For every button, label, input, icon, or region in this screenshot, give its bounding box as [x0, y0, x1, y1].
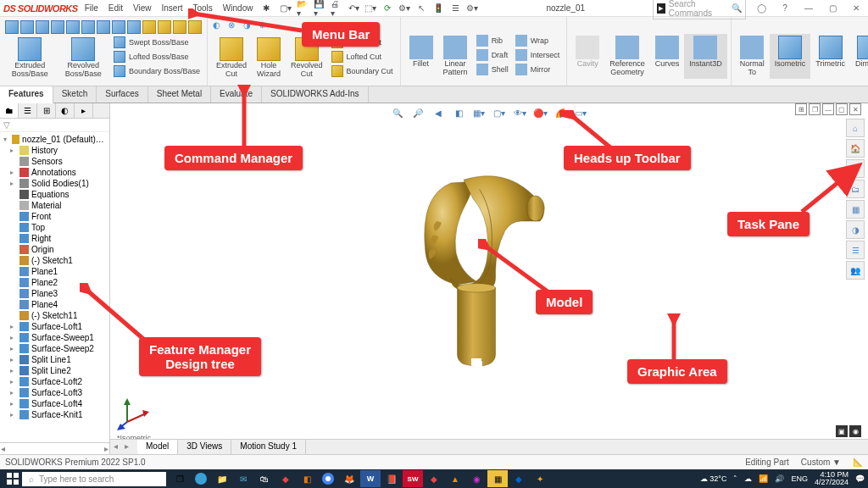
props-tab-icon[interactable]: ⊞ [37, 103, 56, 118]
cube-icon[interactable] [5, 20, 19, 34]
menu-file[interactable]: File [85, 3, 98, 13]
mirror-button[interactable]: Mirror [512, 63, 564, 76]
tb-office-icon[interactable]: ◧ [297, 470, 317, 487]
tree-item[interactable]: ▸Solid Bodies(1) [2, 178, 108, 189]
tab-motion-study[interactable]: Motion Study 1 [231, 440, 306, 454]
tb-chrome-icon[interactable] [318, 470, 338, 487]
tree-item[interactable]: Plane1 [2, 266, 108, 277]
tree-item[interactable]: Origin [2, 244, 108, 255]
tree-item[interactable]: Right [2, 233, 108, 244]
zoom-fit-icon[interactable]: 🔍 [390, 105, 405, 120]
section-icon[interactable]: ◧ [451, 105, 466, 120]
swept-boss-button[interactable]: Swept Boss/Base [110, 36, 203, 49]
list-icon[interactable]: ☰ [449, 3, 461, 14]
tab-surfaces[interactable]: Surfaces [97, 86, 147, 103]
tree-item[interactable]: Plane3 [2, 288, 108, 299]
cube-icon[interactable] [158, 20, 171, 34]
revolved-boss-button[interactable]: Revolved Boss/Base [57, 36, 110, 80]
restore-icon[interactable]: ▢ [824, 3, 841, 13]
tab-sheet-metal[interactable]: Sheet Metal [148, 86, 211, 103]
undo-icon[interactable]: ↶▾ [348, 3, 359, 14]
status-unit-icon[interactable]: 📐 [853, 458, 863, 467]
cube-icon[interactable] [112, 20, 125, 34]
tray-weather-icon[interactable]: ☁ 32°C [700, 474, 727, 483]
boundary-boss-button[interactable]: Boundary Boss/Base [110, 64, 203, 78]
tray-up-icon[interactable]: ˄ [733, 474, 737, 483]
cube-icon[interactable] [188, 20, 202, 34]
hole-wizard-button[interactable]: Hole Wizard [252, 36, 286, 80]
extruded-boss-button[interactable]: Extruded Boss/Base [3, 36, 57, 80]
extra-tab-icon[interactable]: ▸ [75, 103, 93, 118]
tb-pdf-icon[interactable]: 📕 [381, 470, 402, 487]
doc-close-icon[interactable]: ✕ [849, 103, 861, 115]
tree-item[interactable]: ▸Surface-Knit1 [2, 409, 108, 420]
tb-vlc-icon[interactable]: ▲ [445, 470, 465, 487]
start-button[interactable] [3, 469, 22, 488]
tb-edge-icon[interactable] [191, 470, 211, 487]
select-icon[interactable]: ⬚▾ [364, 3, 376, 14]
hide-show-icon[interactable]: 👁▾ [512, 105, 527, 120]
tb-explorer-icon[interactable]: 📁 [212, 470, 232, 487]
tab-evaluate[interactable]: Evaluate [211, 86, 262, 103]
tb-firefox-icon[interactable]: 🦊 [339, 470, 359, 487]
config-tab-icon[interactable]: ☰ [19, 103, 37, 118]
instant3d-button[interactable]: Instant3D [684, 34, 727, 79]
fillet-button[interactable]: Fillet [404, 34, 438, 79]
tb-app1-icon[interactable]: ◆ [275, 470, 296, 487]
br-2-icon[interactable]: ◉ [849, 425, 861, 437]
tree-item[interactable]: ▸History [2, 145, 108, 156]
normal-to-button[interactable]: Normal To [735, 34, 770, 79]
tree-item[interactable]: Plane2 [2, 277, 108, 288]
zoom-area-icon[interactable]: 🔎 [410, 105, 426, 120]
tray-clock[interactable]: 4:10 PM4/27/2024 [815, 471, 849, 486]
tb-mail-icon[interactable]: ✉ [233, 470, 253, 487]
trimetric-button[interactable]: Trimetric [810, 34, 850, 79]
save-icon[interactable]: 💾▾ [314, 3, 326, 14]
doc-tile-icon[interactable]: ⊞ [795, 103, 807, 115]
tab-addins[interactable]: SOLIDWORKS Add-Ins [262, 86, 368, 103]
tab-features[interactable]: Features [0, 86, 53, 103]
tree-item[interactable]: ▸Surface-Sweep2 [2, 343, 108, 354]
rib-button[interactable]: Rib [473, 34, 512, 47]
shell-button[interactable]: Shell [473, 63, 512, 76]
tree-item[interactable]: Front [2, 211, 108, 222]
tree-item[interactable]: Material [2, 200, 108, 211]
view-settings-icon[interactable]: ▭▾ [573, 105, 588, 120]
tb-app4-icon[interactable]: ◆ [509, 470, 529, 487]
boundary-cut-button[interactable]: Boundary Cut [328, 64, 397, 78]
tb-app3-icon[interactable]: ▦ [487, 470, 508, 487]
cube-icon[interactable] [127, 20, 141, 34]
open-icon[interactable]: 📂▾ [297, 3, 309, 14]
user-icon[interactable]: ◯ [753, 3, 770, 13]
tab-3d-views[interactable]: 3D Views [178, 440, 231, 454]
tab-sketch[interactable]: Sketch [53, 86, 97, 103]
tray-lang[interactable]: ENG [791, 474, 808, 483]
cube-icon[interactable] [36, 20, 49, 34]
options-icon[interactable]: ⚙▾ [398, 3, 410, 14]
status-ui[interactable]: Custom ▼ [801, 458, 841, 467]
menu-tools[interactable]: Tools [193, 3, 213, 13]
tree-item[interactable]: ▸Split Line1 [2, 354, 108, 365]
tb-sw-icon[interactable]: SW [403, 470, 423, 487]
cube-icon[interactable] [173, 20, 186, 34]
tree-root[interactable]: ▾nozzle_01 (Default) <<Def [2, 134, 108, 145]
intersect-button[interactable]: Intersect [512, 48, 564, 62]
tree-item[interactable]: Sensors [2, 156, 108, 167]
taskbar-search[interactable]: ⌕Type here to search [22, 472, 166, 486]
display-style-icon[interactable]: ▢▾ [492, 105, 507, 120]
fm-tree-tab-icon[interactable]: 🖿 [0, 103, 19, 118]
filter-bar[interactable]: ▽ [0, 119, 109, 132]
tree-item[interactable]: ▸Surface-Loft4 [2, 398, 108, 409]
help-icon[interactable]: ? [776, 3, 793, 13]
tree-item[interactable]: ▸Split Line2 [2, 365, 108, 376]
doc-min-icon[interactable]: — [822, 103, 834, 115]
tree-item[interactable]: ▸Annotations [2, 167, 108, 178]
menu-view[interactable]: View [133, 3, 152, 13]
traffic-icon[interactable]: 🚦 [432, 3, 444, 14]
tree-item[interactable]: ▸Surface-Loft3 [2, 387, 108, 398]
tp-resources-icon[interactable]: ⌂ [846, 119, 865, 137]
display-tab-icon[interactable]: ◐ [56, 103, 75, 118]
gear-icon[interactable]: ⚙▾ [466, 3, 478, 14]
tb-task-view-icon[interactable]: ❐ [170, 470, 190, 487]
br-1-icon[interactable]: ▣ [836, 425, 848, 437]
